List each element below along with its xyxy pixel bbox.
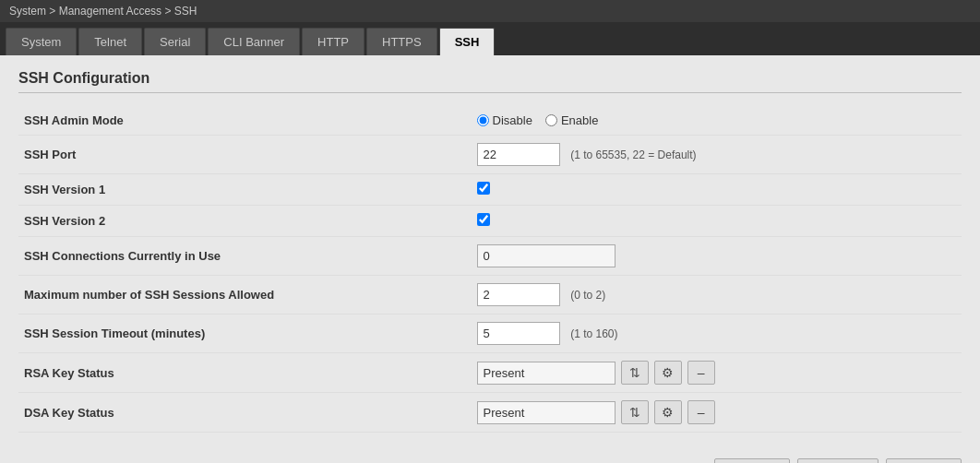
form-table: SSH Admin Mode Disable Enable — [18, 106, 962, 433]
refresh-button[interactable]: Refresh — [797, 458, 878, 463]
breadcrumb-text: System > Management Access > SSH — [9, 5, 197, 18]
row-ssh-version-1: SSH Version 1 — [18, 174, 962, 206]
action-bar: Submit Refresh Cancel — [18, 449, 962, 463]
row-ssh-port: SSH Port (1 to 65535, 22 = Default) — [18, 136, 962, 174]
label-ssh-version-2: SSH Version 2 — [18, 206, 472, 237]
dsa-generate-button[interactable]: ⇅ — [621, 400, 649, 424]
submit-button[interactable]: Submit — [714, 458, 790, 463]
dsa-remove-button[interactable]: – — [687, 400, 715, 424]
tab-telnet[interactable]: Telnet — [78, 28, 142, 55]
radio-enable-text: Enable — [561, 113, 598, 127]
remove-icon: – — [698, 405, 705, 420]
row-dsa-key-status: DSA Key Status ⇅ ⚙ – — [18, 393, 962, 433]
tab-serial[interactable]: Serial — [144, 28, 206, 55]
hint-ssh-session-timeout: (1 to 160) — [570, 327, 617, 340]
row-ssh-admin-mode: SSH Admin Mode Disable Enable — [18, 106, 962, 136]
input-ssh-connections — [477, 244, 615, 267]
tab-ssh[interactable]: SSH — [439, 28, 496, 55]
generate-icon: ⇅ — [629, 405, 640, 420]
hint-ssh-port: (1 to 65535, 22 = Default) — [570, 148, 696, 161]
page-title: SSH Configuration — [18, 70, 962, 93]
hint-max-ssh-sessions: (0 to 2) — [570, 289, 605, 302]
radio-enable-label[interactable]: Enable — [545, 113, 598, 127]
label-max-ssh-sessions: Maximum number of SSH Sessions Allowed — [18, 276, 472, 315]
row-ssh-connections: SSH Connections Currently in Use — [18, 237, 962, 276]
label-ssh-connections: SSH Connections Currently in Use — [18, 237, 472, 276]
settings-icon: ⚙ — [662, 365, 674, 380]
generate-icon: ⇅ — [629, 365, 640, 380]
input-ssh-port[interactable] — [477, 143, 560, 166]
label-ssh-session-timeout: SSH Session Timeout (minutes) — [18, 315, 472, 353]
row-max-ssh-sessions: Maximum number of SSH Sessions Allowed (… — [18, 276, 962, 315]
label-ssh-version-1: SSH Version 1 — [18, 174, 472, 206]
rsa-key-row: ⇅ ⚙ – — [477, 361, 956, 385]
remove-icon: – — [698, 365, 705, 380]
label-ssh-port: SSH Port — [18, 136, 472, 174]
checkbox-ssh-version-2[interactable] — [477, 213, 490, 226]
radio-disable-text: Disable — [493, 113, 532, 127]
tab-system[interactable]: System — [6, 28, 77, 55]
tab-http[interactable]: HTTP — [302, 28, 365, 55]
dsa-key-row: ⇅ ⚙ – — [477, 400, 956, 424]
settings-icon: ⚙ — [662, 405, 674, 420]
row-ssh-version-2: SSH Version 2 — [18, 206, 962, 237]
input-max-ssh-sessions[interactable] — [477, 283, 560, 306]
dsa-settings-button[interactable]: ⚙ — [654, 400, 682, 424]
radio-enable[interactable] — [545, 114, 557, 126]
input-rsa-key-status — [477, 362, 615, 385]
rsa-generate-button[interactable]: ⇅ — [621, 361, 649, 385]
tab-cli-banner[interactable]: CLI Banner — [208, 28, 300, 55]
label-ssh-admin-mode: SSH Admin Mode — [18, 106, 472, 136]
tab-bar: System Telnet Serial CLI Banner HTTP HTT… — [0, 22, 980, 55]
rsa-remove-button[interactable]: – — [687, 361, 715, 385]
checkbox-ssh-version-1[interactable] — [477, 182, 490, 195]
input-dsa-key-status — [477, 401, 615, 424]
radio-disable-label[interactable]: Disable — [477, 113, 532, 127]
label-rsa-key-status: RSA Key Status — [18, 353, 472, 393]
breadcrumb: System > Management Access > SSH — [0, 0, 980, 22]
row-rsa-key-status: RSA Key Status ⇅ ⚙ – — [18, 353, 962, 393]
row-ssh-session-timeout: SSH Session Timeout (minutes) (1 to 160) — [18, 315, 962, 353]
rsa-settings-button[interactable]: ⚙ — [654, 361, 682, 385]
main-content: SSH Configuration SSH Admin Mode Disable… — [0, 55, 980, 463]
input-ssh-session-timeout[interactable] — [477, 322, 560, 345]
radio-disable[interactable] — [477, 114, 489, 126]
cancel-button[interactable]: Cancel — [886, 458, 962, 463]
tab-https[interactable]: HTTPS — [366, 28, 437, 55]
ssh-admin-mode-group: Disable Enable — [477, 113, 956, 127]
label-dsa-key-status: DSA Key Status — [18, 393, 472, 433]
